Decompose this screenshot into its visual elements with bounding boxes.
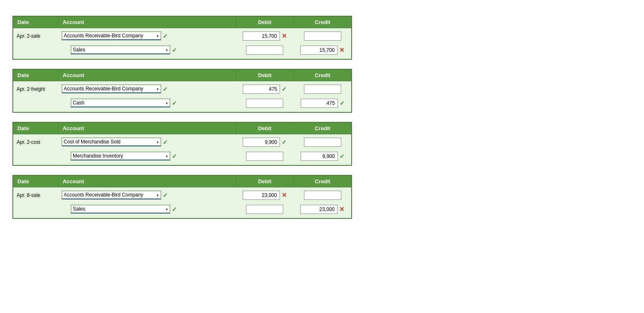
debit-input[interactable] — [243, 138, 280, 147]
credit-wrapper: ✓ — [297, 152, 348, 161]
account-dropdown[interactable]: Cost of Merchandise Sold — [62, 138, 161, 146]
account-check-icon: ✓ — [163, 33, 168, 39]
col-header-account: Account — [58, 175, 236, 187]
table-row: Apr. 2-freightAccounts Receivable-Bird C… — [13, 81, 352, 97]
account-check-icon: ✓ — [163, 86, 168, 92]
debit-cell — [236, 149, 294, 165]
account-select-wrapper: Merchandise Inventory — [71, 152, 170, 160]
credit-cell — [294, 28, 352, 44]
credit-cell: ✕ — [294, 43, 352, 59]
account-select-wrapper: Accounts Receivable-Bird Company — [62, 32, 161, 40]
account-select-wrapper: Accounts Receivable-Bird Company — [62, 191, 161, 199]
account-check-icon: ✓ — [172, 206, 177, 213]
debit-input[interactable] — [246, 99, 283, 108]
credit-x-icon: ✕ — [339, 46, 345, 54]
journal-table-table4: DateAccountDebitCreditApr. 8-saleAccount… — [12, 175, 352, 219]
debit-input[interactable] — [243, 85, 280, 94]
account-check-icon: ✓ — [163, 139, 168, 146]
col-header-date: Date — [13, 69, 58, 81]
col-header-credit: Credit — [294, 175, 352, 187]
account-dropdown[interactable]: Accounts Receivable-Bird Company — [62, 85, 161, 93]
credit-wrapper: ✓ — [297, 99, 348, 108]
account-dropdown[interactable]: Sales — [71, 205, 170, 214]
credit-input[interactable] — [304, 191, 341, 200]
credit-input[interactable] — [300, 46, 338, 55]
date-cell — [13, 149, 58, 165]
credit-cell: ✓ — [294, 149, 352, 165]
debit-wrapper — [239, 99, 290, 108]
col-header-credit: Credit — [294, 69, 352, 81]
col-header-debit: Debit — [236, 16, 294, 28]
col-header-debit: Debit — [236, 69, 294, 81]
col-header-debit: Debit — [236, 122, 294, 134]
debit-x-icon: ✕ — [282, 192, 287, 199]
account-cell: Accounts Receivable-Bird Company✓ — [58, 81, 236, 96]
account-cell: Sales✓ — [58, 43, 236, 58]
account-cell: Accounts Receivable-Bird Company✓ — [58, 28, 236, 43]
credit-input[interactable] — [304, 32, 341, 41]
credit-wrapper — [297, 85, 348, 94]
account-dropdown[interactable]: Cash — [71, 99, 170, 107]
account-dropdown[interactable]: Accounts Receivable-Bird Company — [62, 32, 161, 40]
account-dropdown[interactable]: Accounts Receivable-Bird Company — [62, 191, 161, 199]
credit-input[interactable] — [300, 205, 338, 214]
credit-input[interactable] — [304, 138, 341, 147]
date-cell: Apr. 2-freight — [13, 81, 58, 97]
debit-wrapper: ✓ — [239, 85, 290, 94]
account-cell: Sales✓ — [58, 202, 236, 218]
table-row: Cash✓✓ — [13, 96, 352, 112]
debit-input[interactable] — [246, 152, 283, 161]
account-check-icon: ✓ — [172, 100, 177, 107]
account-cell: Cash✓ — [58, 96, 236, 112]
date-cell: Apr. 2-sale — [13, 28, 58, 44]
debit-wrapper: ✓ — [239, 138, 290, 147]
account-dropdown[interactable]: Sales — [71, 46, 170, 54]
credit-wrapper: ✕ — [297, 46, 348, 55]
debit-wrapper: ✕ — [239, 191, 290, 200]
account-dropdown[interactable]: Merchandise Inventory — [71, 152, 170, 160]
debit-input[interactable] — [243, 32, 280, 41]
date-cell — [13, 96, 58, 112]
col-header-credit: Credit — [294, 16, 352, 28]
credit-input[interactable] — [301, 99, 338, 108]
col-header-date: Date — [13, 122, 58, 134]
col-header-account: Account — [58, 16, 236, 28]
credit-wrapper — [297, 138, 348, 147]
debit-cell — [236, 96, 294, 112]
col-header-account: Account — [58, 122, 236, 134]
debit-cell — [236, 43, 294, 59]
debit-cell: ✕ — [236, 28, 294, 44]
table-row: Sales✓✕ — [13, 202, 352, 218]
date-cell — [13, 202, 58, 218]
debit-input[interactable] — [243, 191, 280, 200]
credit-check-icon: ✓ — [340, 153, 345, 160]
account-select-wrapper: Accounts Receivable-Bird Company — [62, 85, 161, 93]
credit-wrapper: ✕ — [297, 205, 348, 214]
debit-cell: ✓ — [236, 81, 294, 97]
col-header-date: Date — [13, 16, 58, 28]
debit-cell: ✓ — [236, 134, 294, 150]
account-select-wrapper: Cost of Merchandise Sold — [62, 138, 161, 146]
debit-check-icon: ✓ — [282, 139, 287, 146]
debit-input[interactable] — [246, 46, 283, 55]
journal-table-table1: DateAccountDebitCreditApr. 2-saleAccount… — [12, 16, 352, 60]
account-cell: Cost of Merchandise Sold✓ — [58, 134, 236, 149]
table-row: Apr. 2-saleAccounts Receivable-Bird Comp… — [13, 28, 352, 44]
table-row: Apr. 2-costCost of Merchandise Sold✓✓ — [13, 134, 352, 150]
debit-wrapper — [239, 205, 290, 214]
date-cell: Apr. 2-cost — [13, 134, 58, 150]
credit-input[interactable] — [301, 152, 338, 161]
credit-input[interactable] — [304, 85, 341, 94]
debit-wrapper: ✕ — [239, 32, 290, 41]
journal-table-table3: DateAccountDebitCreditApr. 2-costCost of… — [12, 122, 352, 166]
account-cell: Merchandise Inventory✓ — [58, 149, 236, 165]
debit-cell — [236, 202, 294, 218]
col-header-account: Account — [58, 69, 236, 81]
credit-cell — [294, 81, 352, 97]
credit-wrapper — [297, 32, 348, 41]
credit-wrapper — [297, 191, 348, 200]
account-check-icon: ✓ — [172, 47, 177, 53]
debit-input[interactable] — [246, 205, 283, 214]
account-select-wrapper: Sales — [71, 205, 170, 214]
date-cell: Apr. 8-sale — [13, 187, 58, 203]
